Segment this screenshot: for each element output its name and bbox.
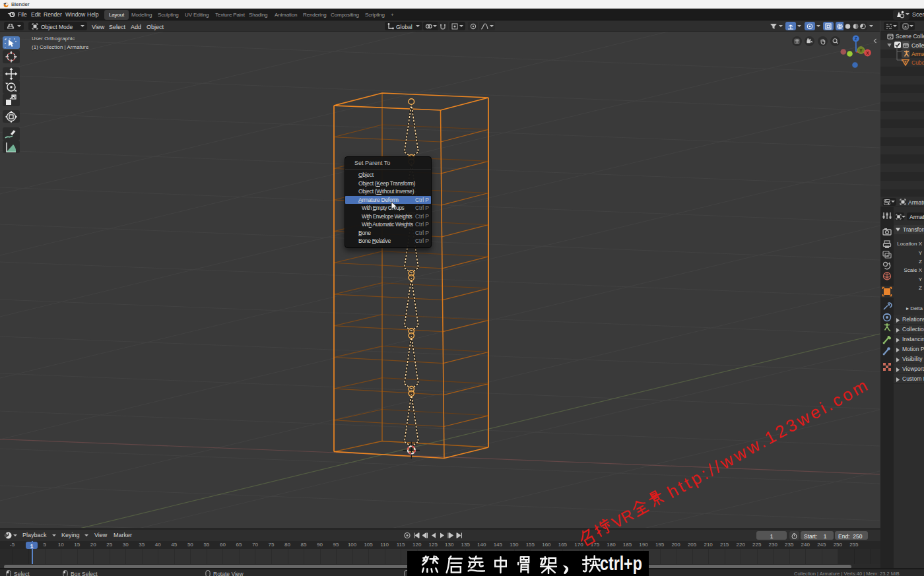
svg-text:Z: Z bbox=[855, 36, 857, 41]
svg-text:X: X bbox=[866, 51, 869, 55]
svg-text:Y: Y bbox=[859, 48, 863, 53]
